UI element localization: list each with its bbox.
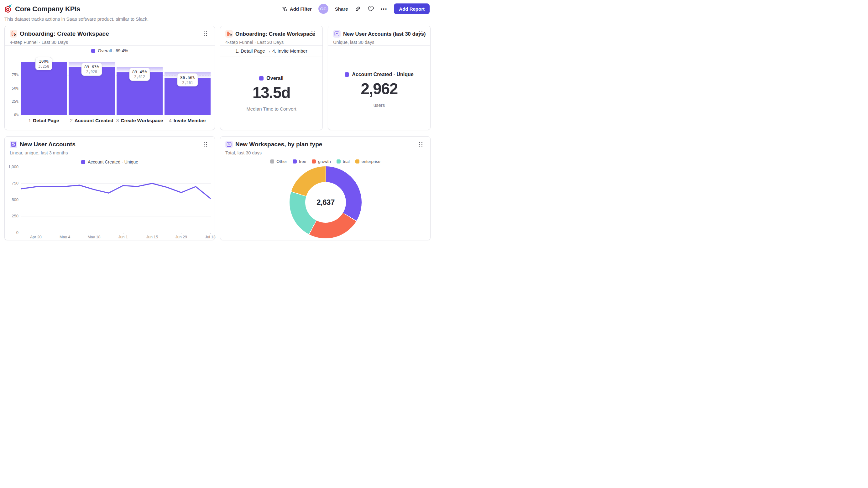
legend-swatch [312, 159, 316, 163]
card-title[interactable]: New Workspaces, by plan type [235, 141, 322, 148]
legend-item[interactable]: growth [312, 159, 331, 164]
x-tick-label: May 18 [83, 235, 105, 239]
x-tick-label: Apr 20 [25, 235, 47, 239]
legend-swatch [345, 72, 349, 77]
funnel-conversion-label: 100% [38, 59, 49, 64]
donut-chart[interactable]: 2,637 [289, 166, 362, 238]
funnel-conversion-label: 89.45% [132, 69, 147, 75]
page-subtitle: This dataset tracks actions in Saas soft… [4, 16, 149, 22]
dashboard: Core Company KPIs This dataset tracks ac… [0, 0, 434, 244]
funnel-count-label: 2,612 [132, 74, 147, 79]
metric-value: 13.5d [220, 84, 322, 102]
card-subtitle: Unique, last 30 days [333, 40, 374, 45]
dashboard-target-icon [4, 5, 12, 13]
card-subtitle: Total, last 30 days [225, 150, 262, 155]
heart-icon [368, 6, 374, 12]
legend-label: trial [343, 159, 350, 164]
add-filter-button[interactable]: Add Filter [282, 6, 312, 12]
funnel-count-label: 2,920 [84, 69, 99, 74]
y-tick-label: 750 [5, 181, 19, 186]
y-tick-label: 50% [5, 86, 19, 91]
legend-label: Overall [266, 75, 283, 81]
metric-value: 2,962 [328, 80, 430, 98]
legend-item[interactable]: enterprise [355, 159, 380, 164]
legend-label: Other [276, 159, 287, 164]
x-tick-label: Jun 1 [112, 235, 134, 239]
x-tick-label: Jun 15 [141, 235, 163, 239]
x-tick-label: Jun 29 [170, 235, 192, 239]
filter-plus-icon [282, 6, 288, 12]
y-tick-label: 500 [5, 197, 19, 202]
legend-swatch [270, 159, 274, 163]
legend-swatch [293, 159, 297, 163]
insights-report-icon [225, 141, 233, 148]
y-tick-label: 0% [5, 113, 19, 117]
divider [220, 56, 322, 56]
funnel-conversion-label: 86.56% [180, 75, 195, 80]
metric-caption: users [328, 102, 430, 108]
add-report-button[interactable]: Add Report [394, 3, 430, 14]
drag-handle-icon[interactable] [419, 31, 423, 36]
x-tick-mark [36, 233, 36, 234]
legend-item[interactable]: Other [270, 159, 287, 164]
metric-caption: Median Time to Convert [220, 106, 322, 111]
funnel-tooltip: 89.45%2,612 [129, 68, 150, 81]
card-title[interactable]: New User Accounts (last 30 days) [343, 31, 426, 37]
funnel-tooltip: 89.63%2,920 [81, 63, 102, 76]
funnel-report-icon [225, 30, 233, 38]
share-button[interactable]: Share [335, 6, 348, 11]
card-funnel-metric: Onboarding: Create Workspace 4-step Funn… [220, 26, 323, 130]
more-menu-button[interactable]: ••• [381, 6, 388, 11]
card-workspaces-donut: New Workspaces, by plan type Total, last… [220, 136, 431, 240]
line-chart: 02505007501,000Apr 20May 4May 18Jun 1Jun… [5, 136, 215, 240]
x-tick-mark [210, 233, 211, 234]
divider [328, 45, 430, 46]
donut-total: 2,637 [305, 182, 346, 223]
x-tick-label: Jul 13 [199, 235, 221, 239]
y-tick-label: 25% [5, 99, 19, 104]
legend-item[interactable]: trial [337, 159, 350, 164]
funnel-chart: 0%25%50%75%100%3,2581Detail Page89.63%2,… [5, 26, 215, 130]
legend-item[interactable]: free [293, 159, 306, 164]
funnel-count-label: 3,258 [38, 64, 49, 69]
funnel-step-label: 4Invite Member [159, 118, 217, 123]
avatar[interactable]: GC [318, 4, 329, 14]
x-tick-mark [94, 233, 94, 234]
legend-label: Account Created - Unique [352, 72, 413, 77]
drag-handle-icon[interactable] [311, 31, 315, 36]
legend-swatch [355, 159, 360, 163]
x-tick-mark [123, 233, 123, 234]
link-icon [355, 6, 361, 12]
funnel-tooltip: 86.56%2,261 [177, 73, 198, 87]
line-series[interactable] [21, 167, 211, 233]
drag-handle-icon[interactable] [419, 142, 423, 147]
copy-link-button[interactable] [355, 6, 361, 12]
legend-swatch [337, 159, 341, 163]
insights-report-icon [333, 30, 341, 38]
funnel-range-label: 1. Detail Page → 4. Invite Member [220, 45, 322, 56]
card-accounts-metric: New User Accounts (last 30 days) Unique,… [328, 26, 431, 130]
page-title: Core Company KPIs [15, 5, 80, 13]
y-tick-label: 1,000 [5, 164, 19, 169]
metric-legend[interactable]: Overall [220, 75, 322, 81]
x-tick-label: May 4 [54, 235, 76, 239]
legend-swatch [259, 76, 264, 80]
x-tick-mark [152, 233, 152, 234]
card-funnel-bars: Onboarding: Create Workspace 4-step Funn… [4, 26, 215, 130]
y-tick-label: 75% [5, 73, 19, 77]
legend-label: free [299, 159, 306, 164]
card-accounts-line: New User Accounts Linear, unique, last 3… [4, 136, 215, 240]
funnel-tooltip: 100%3,258 [35, 57, 52, 70]
divider [220, 156, 430, 156]
favorite-button[interactable] [368, 6, 374, 12]
card-title[interactable]: Onboarding: Create Workspace [235, 31, 315, 37]
card-subtitle: 4-step Funnel · Last 30 Days [225, 40, 284, 45]
y-tick-label: 250 [5, 214, 19, 218]
legend-label: enterprise [362, 159, 380, 164]
funnel-count-label: 2,261 [180, 80, 195, 86]
funnel-conversion-label: 89.63% [84, 64, 99, 70]
metric-legend[interactable]: Account Created - Unique [328, 72, 430, 77]
toolbar: Add Filter GC Share ••• Add Report [282, 2, 430, 15]
legend-label: growth [318, 159, 331, 164]
y-tick-label: 0 [5, 230, 19, 235]
